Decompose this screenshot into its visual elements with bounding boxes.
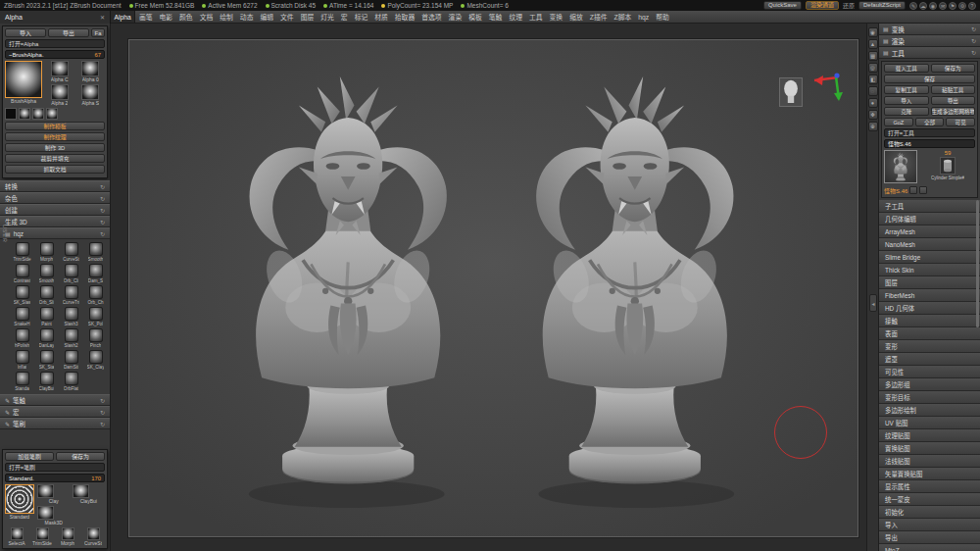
- menu-item[interactable]: 电影: [156, 11, 176, 23]
- hqz-palette-header[interactable]: ▤ hqz ↻: [0, 227, 110, 239]
- open-alpha-row[interactable]: 打开=Alpha: [5, 39, 105, 48]
- menu-item[interactable]: 首选项: [418, 11, 445, 23]
- menu-item[interactable]: 宏: [337, 11, 351, 23]
- tool-subpalette-row[interactable]: 统一蒙皮: [879, 493, 980, 506]
- default-zscript-button[interactable]: DefaultZScript: [858, 1, 906, 10]
- alpha-export-button[interactable]: 导出: [48, 28, 89, 37]
- brush-item[interactable]: OrbFlat: [59, 372, 83, 391]
- open-brush-row[interactable]: 打开=笔刷: [5, 463, 105, 472]
- menu-item[interactable]: 拾取器: [391, 11, 417, 23]
- menu-item[interactable]: hqz: [635, 11, 653, 23]
- refresh-icon[interactable]: ↻: [100, 183, 105, 190]
- brush-item[interactable]: Smooth: [34, 264, 59, 283]
- menu-item[interactable]: Alpha: [111, 11, 135, 23]
- tool-subpalette-row[interactable]: FiberMesh: [879, 289, 980, 302]
- tool-subpalette-row[interactable]: HD 几何体: [879, 302, 980, 315]
- tool-subpalette-row[interactable]: 法线贴图: [879, 455, 980, 468]
- menu-item[interactable]: 材质: [371, 11, 392, 23]
- refresh-icon[interactable]: ↻: [100, 219, 105, 225]
- tool-subpalette-row[interactable]: 导入: [879, 519, 980, 531]
- copy-tool-button[interactable]: 复制工具: [884, 85, 929, 94]
- tool-subpalette-row[interactable]: MtoZ: [879, 544, 980, 551]
- brush-thumbnail-active[interactable]: [5, 484, 34, 514]
- brush-item[interactable]: DamSti: [59, 350, 83, 370]
- open-tool-row[interactable]: 打开=工具: [884, 128, 975, 137]
- menu-item[interactable]: 缩放: [566, 11, 587, 23]
- export-button[interactable]: 导出: [931, 96, 976, 105]
- tool-option-button[interactable]: [909, 186, 917, 194]
- alpha-import-button[interactable]: 导入: [5, 28, 46, 37]
- menu-item[interactable]: 工具: [525, 11, 546, 23]
- palette-header-row[interactable]: ▤ 渲染 ↻: [879, 35, 980, 47]
- tool-subpalette-row[interactable]: ArrayMesh: [879, 225, 980, 238]
- user-tray-tab[interactable]: USER: [0, 225, 8, 243]
- brush-item[interactable]: hPolish: [10, 328, 34, 348]
- menu-item[interactable]: 文件: [277, 11, 298, 23]
- scroll-icon[interactable]: ✥: [868, 110, 878, 120]
- refresh-icon[interactable]: ↻: [100, 195, 105, 202]
- cloud-icon[interactable]: ☁: [919, 2, 927, 10]
- cylinder-tool-thumbnail[interactable]: [940, 157, 956, 175]
- menu-item[interactable]: 模板: [466, 11, 486, 23]
- brush-thumbnail[interactable]: [73, 484, 89, 498]
- alpha-make-button[interactable]: 制作 3D: [5, 143, 105, 152]
- subpalette-row[interactable]: 杂色 ↻: [0, 192, 110, 204]
- tool-subpalette-row[interactable]: UV 贴图: [879, 417, 980, 429]
- save-as-button[interactable]: 保存为: [931, 64, 976, 73]
- palette-header-row[interactable]: ✎ 笔刷 ↻: [0, 418, 110, 429]
- brush-item[interactable]: CurveSt: [59, 242, 83, 262]
- tool-subpalette-row[interactable]: 可见性: [879, 366, 980, 378]
- refresh-icon[interactable]: ↻: [100, 421, 105, 427]
- alpha-flip-button[interactable]: Fa: [91, 28, 105, 37]
- alpha-thumbnail[interactable]: [81, 61, 99, 76]
- zoom-icon[interactable]: ⊕: [868, 122, 878, 131]
- tool-subpalette-row[interactable]: 接触: [879, 315, 980, 327]
- brush-item[interactable]: TrimSide: [10, 242, 34, 262]
- save-button[interactable]: 保存: [884, 75, 975, 83]
- local-icon[interactable]: ◎: [868, 63, 878, 73]
- brush-item[interactable]: DanLay: [34, 328, 59, 348]
- brush-item[interactable]: SK_Clay: [83, 350, 108, 370]
- menu-item[interactable]: 帮助: [653, 11, 673, 23]
- refresh-icon[interactable]: ↻: [971, 49, 976, 56]
- goz-visible-button[interactable]: 可见: [946, 118, 975, 126]
- tool-subpalette-row[interactable]: 多边形组: [879, 378, 980, 391]
- menu-item[interactable]: 颜色: [176, 11, 197, 23]
- subpalette-row[interactable]: 转换 ↻: [0, 180, 110, 192]
- palette-header-row[interactable]: ▤ 工具 ↻: [879, 47, 980, 59]
- alpha-thumbnail-active[interactable]: [5, 61, 42, 98]
- brush-item[interactable]: ClayBui: [34, 372, 59, 391]
- ghost-icon[interactable]: ◌: [868, 86, 878, 96]
- brush-item[interactable]: CurveTri: [59, 285, 83, 305]
- tool-subpalette-row[interactable]: Thick Skin: [879, 264, 980, 276]
- menu-item[interactable]: 笔触: [485, 11, 506, 23]
- menu-item[interactable]: 画笔: [135, 11, 156, 23]
- brush-item[interactable]: Contrast: [10, 264, 34, 283]
- tool-subpalette-row[interactable]: 多边形绘制: [879, 404, 980, 417]
- alpha-thumbnail[interactable]: [51, 61, 69, 76]
- alpha-thumbnail[interactable]: [46, 108, 58, 120]
- refresh-icon[interactable]: ↻: [971, 25, 976, 32]
- brush-item[interactable]: Standa: [10, 372, 34, 391]
- tool-subpalette-row[interactable]: 几何体编辑: [879, 213, 980, 225]
- brush-saveas-button[interactable]: 保存为: [56, 452, 105, 461]
- tool-subpalette-row[interactable]: 显示属性: [879, 480, 980, 493]
- close-icon[interactable]: ✕: [100, 14, 105, 21]
- alpha-thumbnail[interactable]: [51, 84, 69, 100]
- menu-item[interactable]: 标记: [351, 11, 371, 23]
- refresh-icon[interactable]: ↻: [100, 397, 105, 404]
- tool-subpalette-row[interactable]: 矢量置换贴图: [879, 468, 980, 480]
- bpr-icon[interactable]: ◉: [868, 27, 878, 37]
- tool-subpalette-row[interactable]: 图层: [879, 276, 980, 289]
- alpha-make-button[interactable]: 裁剪并填充: [5, 154, 105, 163]
- transp-icon[interactable]: ◧: [868, 75, 878, 84]
- solo-icon[interactable]: ●: [868, 98, 878, 108]
- brush-item[interactable]: Morph: [34, 242, 59, 262]
- tool-subpalette-row[interactable]: 变形目标: [879, 391, 980, 404]
- subpalette-row[interactable]: 生成 3D ↻: [0, 216, 110, 227]
- brush-thumbnail[interactable]: [87, 527, 100, 540]
- brush-item[interactable]: Dam_S: [83, 264, 108, 283]
- refresh-icon[interactable]: ↻: [100, 230, 105, 237]
- active-tool-thumbnail[interactable]: [884, 150, 917, 183]
- alpha-make-button[interactable]: 抓取文档: [5, 165, 105, 174]
